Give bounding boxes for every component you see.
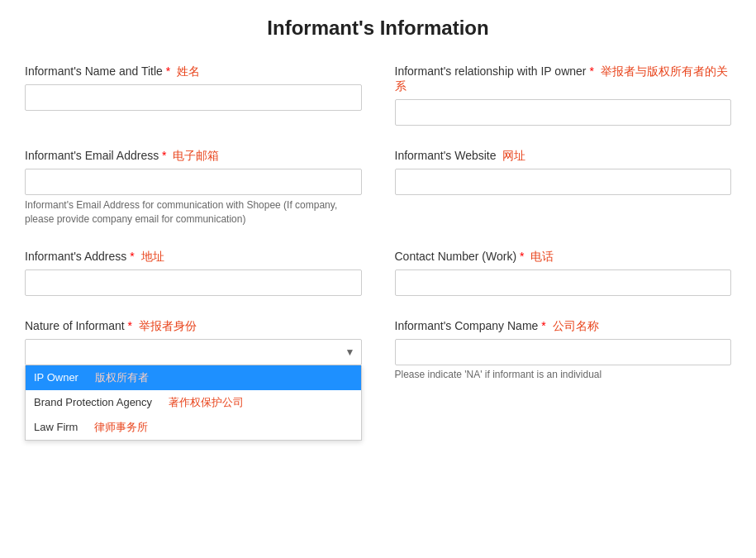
address-input[interactable] [25, 269, 362, 296]
company-name-group: Informant's Company Name * 公司名称 Please i… [395, 319, 732, 380]
dropdown-item-ip-en: IP Owner [34, 371, 78, 384]
email-label: Informant's Email Address * 电子邮箱 [25, 149, 362, 164]
nature-dropdown-container: IP Owner Brand Protection Agency Law Fir… [25, 339, 362, 365]
nature-select-wrapper: IP Owner Brand Protection Agency Law Fir… [25, 339, 362, 365]
name-title-input[interactable] [25, 84, 362, 111]
name-title-group: Informant's Name and Title * 姓名 [25, 64, 362, 126]
company-name-hint: Please indicate 'NA' if informant is an … [395, 369, 732, 380]
dropdown-item-law-cn: 律师事务所 [94, 420, 148, 435]
dropdown-item-ip-cn: 版权所有者 [95, 370, 149, 385]
form-row-3: Informant's Address * 地址 Contact Number … [25, 250, 731, 296]
dropdown-item-brand[interactable]: Brand Protection Agency 著作权保护公司 [26, 390, 361, 415]
address-group: Informant's Address * 地址 [25, 250, 362, 296]
relationship-input[interactable] [395, 99, 732, 126]
form-row-1: Informant's Name and Title * 姓名 Informan… [25, 64, 731, 126]
dropdown-item-law[interactable]: Law Firm 律师事务所 [26, 415, 361, 440]
form-row-2: Informant's Email Address * 电子邮箱 Informa… [25, 149, 731, 227]
company-name-label: Informant's Company Name * 公司名称 [395, 319, 732, 334]
name-title-label: Informant's Name and Title * 姓名 [25, 64, 362, 79]
email-group: Informant's Email Address * 电子邮箱 Informa… [25, 149, 362, 227]
relationship-label: Informant's relationship with IP owner *… [395, 64, 732, 94]
website-group: Informant's Website 网址 [395, 149, 732, 227]
contact-label: Contact Number (Work) * 电话 [395, 250, 732, 265]
dropdown-item-brand-cn: 著作权保护公司 [169, 395, 244, 410]
form-row-4: Nature of Informant * 举报者身份 IP Owner Bra… [25, 319, 731, 380]
page-title: Informant's Information [25, 17, 731, 40]
dropdown-item-ip[interactable]: IP Owner 版权所有者 [26, 365, 361, 390]
email-hint: Informant's Email Address for communicat… [25, 198, 362, 227]
relationship-group: Informant's relationship with IP owner *… [395, 64, 732, 126]
address-label: Informant's Address * 地址 [25, 250, 362, 265]
company-name-input[interactable] [395, 339, 732, 365]
nature-group: Nature of Informant * 举报者身份 IP Owner Bra… [25, 319, 362, 380]
dropdown-item-law-en: Law Firm [34, 421, 78, 433]
contact-input[interactable] [395, 269, 732, 296]
nature-dropdown-list: IP Owner 版权所有者 Brand Protection Agency 著… [25, 365, 362, 441]
website-input[interactable] [395, 169, 732, 195]
dropdown-item-brand-en: Brand Protection Agency [34, 396, 152, 408]
contact-group: Contact Number (Work) * 电话 [395, 250, 732, 296]
nature-select[interactable]: IP Owner Brand Protection Agency Law Fir… [25, 339, 362, 365]
email-input[interactable] [25, 169, 362, 195]
nature-label: Nature of Informant * 举报者身份 [25, 319, 362, 334]
website-label: Informant's Website 网址 [395, 149, 732, 164]
